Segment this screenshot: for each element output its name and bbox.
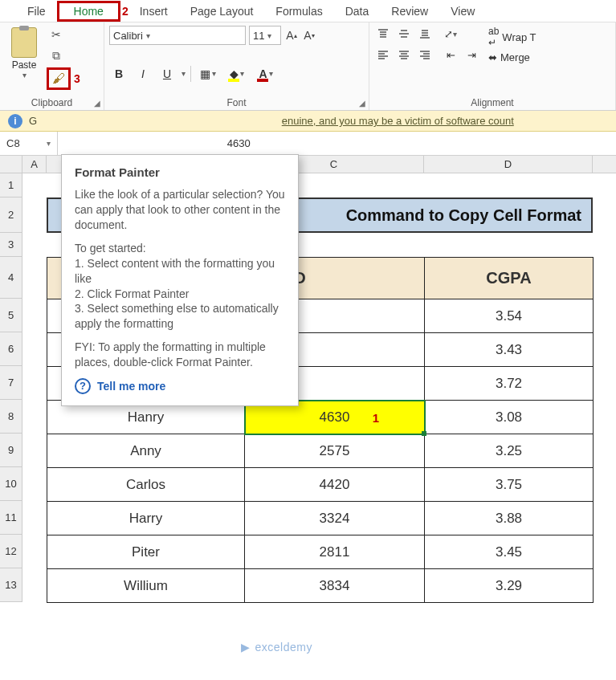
- annotation-3: 3: [74, 72, 80, 85]
- font-group-label: Font: [109, 96, 364, 108]
- fill-color-button[interactable]: ◆▾: [225, 64, 249, 83]
- formula-bar[interactable]: 4630: [219, 137, 251, 149]
- table-row: Piter 2811 3.45: [47, 535, 594, 569]
- font-color-button[interactable]: A▾: [254, 64, 278, 83]
- row-header[interactable]: 9: [0, 434, 22, 467]
- tab-view[interactable]: View: [439, 2, 486, 21]
- clipboard-icon: [11, 27, 37, 58]
- row-header[interactable]: 2: [0, 197, 22, 233]
- ribbon-group-font: Calibri▾ 11▾ A▴ A▾ B I U ▾ ▦▾ ◆▾ A▾ Font…: [104, 22, 369, 110]
- increase-indent-button[interactable]: ⇥: [463, 47, 480, 63]
- header-cgpa[interactable]: CGPA: [425, 258, 594, 299]
- orientation-button[interactable]: ⤢▾: [442, 26, 459, 42]
- warning-link[interactable]: enuine, and you may be a victim of softw…: [282, 115, 514, 127]
- tab-formulas[interactable]: Formulas: [264, 2, 333, 21]
- tab-home[interactable]: Home: [57, 1, 120, 22]
- cell-id[interactable]: 2575: [245, 434, 425, 468]
- row-header[interactable]: 1: [0, 173, 22, 197]
- tab-file[interactable]: File: [16, 2, 57, 21]
- select-all-corner[interactable]: [0, 156, 22, 173]
- cell-name[interactable]: Piter: [47, 535, 245, 569]
- align-left-button[interactable]: [374, 47, 392, 63]
- shrink-font-button[interactable]: A▾: [302, 26, 316, 45]
- cell-id[interactable]: 2811: [245, 535, 425, 569]
- borders-icon: ▦: [200, 67, 210, 80]
- clipboard-group-label: Clipboard: [5, 96, 99, 108]
- row-header[interactable]: 10: [0, 467, 22, 501]
- cell-id[interactable]: 4420: [245, 468, 425, 502]
- format-painter-button[interactable]: 🖌: [47, 67, 71, 90]
- align-middle-button[interactable]: [395, 26, 413, 42]
- tell-me-more-link[interactable]: ? Tell me more: [75, 378, 285, 394]
- cell-cgpa[interactable]: 3.25: [425, 434, 594, 468]
- row-header[interactable]: 6: [0, 332, 22, 366]
- font-size-combo[interactable]: 11▾: [249, 26, 281, 45]
- clipboard-launcher[interactable]: ◢: [92, 99, 102, 108]
- ribbon: Paste ▾ ✂ ⧉ 🖌 3 Clipboard ◢ Calibri▾ 11▾…: [0, 22, 616, 111]
- format-painter-tooltip: Format Painter Like the look of a partic…: [61, 154, 299, 406]
- scissors-icon: ✂: [51, 28, 61, 41]
- underline-button[interactable]: U: [157, 64, 177, 83]
- ribbon-group-alignment: ⤢▾ ⇤ ⇥ ab↵Wrap T ⬌Merge Alignment: [369, 22, 616, 110]
- cell-name[interactable]: Willium: [47, 569, 245, 603]
- cell-cgpa[interactable]: 3.08: [425, 401, 594, 434]
- bold-button[interactable]: B: [109, 64, 129, 83]
- table-row: Willium 3834 3.29: [47, 569, 594, 603]
- font-name-combo[interactable]: Calibri▾: [109, 26, 246, 45]
- align-top-button[interactable]: [374, 26, 392, 42]
- cell-cgpa[interactable]: 3.88: [425, 502, 594, 535]
- cell-name[interactable]: Anny: [47, 434, 245, 468]
- cell-cgpa[interactable]: 3.43: [425, 333, 594, 367]
- row-header[interactable]: 4: [0, 257, 22, 299]
- italic-button[interactable]: I: [133, 64, 153, 83]
- col-header-A[interactable]: A: [22, 156, 47, 173]
- cell-name[interactable]: Carlos: [47, 468, 245, 502]
- wrap-text-button[interactable]: ab↵Wrap T: [488, 26, 536, 48]
- row-header[interactable]: 8: [0, 400, 22, 434]
- row-header[interactable]: 7: [0, 366, 22, 400]
- copy-button[interactable]: ⧉: [47, 47, 66, 64]
- tooltip-p3: FYI: To apply the formatting in multiple…: [75, 340, 285, 370]
- grow-font-button[interactable]: A▴: [284, 26, 299, 45]
- tab-data[interactable]: Data: [334, 2, 381, 21]
- tab-review[interactable]: Review: [380, 2, 439, 21]
- decrease-indent-button[interactable]: ⇤: [442, 47, 459, 63]
- tab-insert[interactable]: Insert: [129, 2, 179, 21]
- borders-button[interactable]: ▦▾: [196, 64, 220, 83]
- wrap-icon: ab↵: [488, 26, 499, 48]
- col-header-D[interactable]: D: [424, 156, 593, 173]
- watermark: ▶ exceldemy: [241, 641, 312, 654]
- annotation-2: 2: [122, 5, 129, 18]
- cut-button[interactable]: ✂: [47, 26, 66, 43]
- cell-name[interactable]: Harry: [47, 502, 245, 535]
- paste-button[interactable]: Paste ▾: [5, 26, 43, 79]
- tab-page-layout[interactable]: Page Layout: [179, 2, 265, 21]
- row-header[interactable]: 13: [0, 568, 22, 602]
- name-box[interactable]: C8▾: [0, 132, 58, 155]
- tooltip-p1: Like the look of a particular selection?…: [75, 187, 285, 233]
- cell-id[interactable]: 3834: [245, 569, 425, 603]
- orientation-icon: ⤢: [444, 28, 453, 40]
- cell-cgpa[interactable]: 3.45: [425, 535, 594, 569]
- row-header[interactable]: 12: [0, 535, 22, 568]
- warning-bar: i G hidden gap covered by tooltip area..…: [0, 111, 616, 132]
- merge-icon: ⬌: [488, 51, 497, 63]
- row-header[interactable]: 3: [0, 233, 22, 257]
- align-center-button[interactable]: [395, 47, 413, 63]
- cell-cgpa[interactable]: 3.29: [425, 569, 594, 603]
- row-header[interactable]: 5: [0, 299, 22, 332]
- cell-cgpa[interactable]: 3.72: [425, 367, 594, 401]
- row-header[interactable]: 11: [0, 501, 22, 535]
- cell-cgpa[interactable]: 3.54: [425, 299, 594, 333]
- font-launcher[interactable]: ◢: [357, 99, 367, 108]
- align-bottom-button[interactable]: [416, 26, 434, 42]
- alignment-group-label: Alignment: [374, 96, 610, 108]
- cell-cgpa[interactable]: 3.75: [425, 468, 594, 502]
- row-headers: 1 2 3 4 5 6 7 8 9 10 11 12 13: [0, 173, 22, 602]
- table-row: Harry 3324 3.88: [47, 502, 594, 535]
- paintbrush-icon: 🖌: [52, 71, 65, 86]
- align-right-button[interactable]: [416, 47, 434, 63]
- merge-center-button[interactable]: ⬌Merge: [488, 51, 536, 63]
- help-icon: ?: [75, 378, 91, 394]
- cell-id[interactable]: 3324: [245, 502, 425, 535]
